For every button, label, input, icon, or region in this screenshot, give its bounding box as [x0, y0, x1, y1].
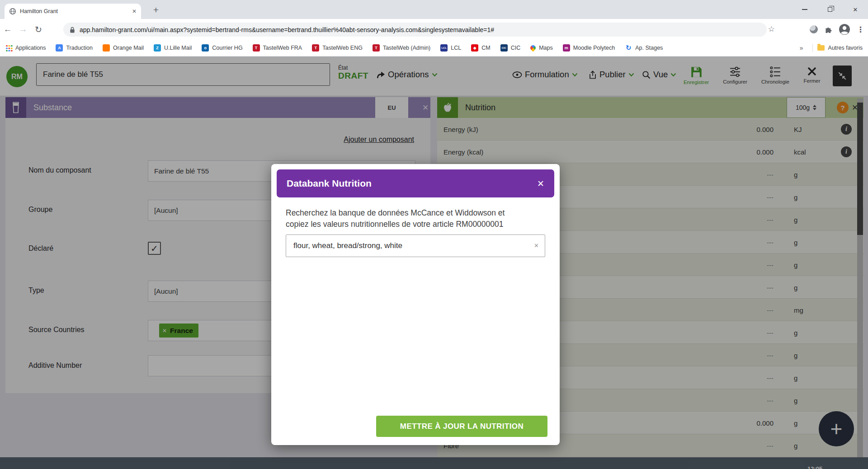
- globe-icon: [9, 8, 16, 15]
- tastelweb-icon: T: [312, 44, 319, 52]
- minimize-icon: [802, 9, 807, 10]
- bookmark-item[interactable]: ↻ Ap. Stages: [625, 44, 663, 52]
- new-tab-button[interactable]: +: [149, 4, 163, 17]
- google-translate-icon: A: [56, 44, 63, 52]
- modal-header: Databank Nutrition ✕: [277, 169, 554, 197]
- browser-toolbar: ← → ↻ app.hamilton-grant.com/ui/main.asp…: [0, 19, 868, 40]
- apps-grid-icon: [5, 45, 12, 52]
- bookmarks-overflow-chevron[interactable]: »: [795, 44, 808, 52]
- refresh-arrows-icon: ↻: [625, 44, 632, 52]
- restore-button[interactable]: [817, 0, 843, 19]
- bookmark-star-icon[interactable]: ☆: [768, 24, 775, 34]
- maps-pin-icon: [529, 44, 537, 52]
- bookmark-item[interactable]: LCL LCL: [440, 44, 461, 52]
- outlook-icon: o: [202, 44, 209, 52]
- hamilton-grant-app: RM État DRAFT Opérations Formulation: [0, 56, 868, 469]
- modal-close-button[interactable]: ✕: [537, 178, 544, 189]
- bookmark-label: Ap. Stages: [635, 45, 663, 51]
- bookmark-item[interactable]: ◆ CM: [471, 44, 490, 52]
- bookmark-item[interactable]: Applications: [5, 45, 46, 52]
- lock-icon: [70, 26, 75, 33]
- restore-icon: [828, 7, 832, 12]
- bookmark-item[interactable]: Maps: [530, 45, 553, 51]
- bookmark-label: Courrier HG: [212, 45, 242, 51]
- bookmarks-bar: Applications A Traduction Orange Mail Z …: [0, 40, 868, 56]
- clear-search-icon[interactable]: ✕: [534, 242, 539, 249]
- bookmark-item[interactable]: A Traduction: [56, 44, 93, 52]
- bookmark-label: TastelWeb FRA: [263, 45, 302, 51]
- chrome-menu-icon[interactable]: ⋮: [857, 25, 864, 34]
- browser-titlebar: Hamilton Grant ✕ + ✕: [0, 0, 868, 19]
- lcl-icon: LCL: [440, 44, 448, 52]
- bookmark-label: CM: [481, 45, 490, 51]
- update-nutrition-button[interactable]: METTRE À JOUR LA NUTRITION: [376, 416, 547, 437]
- modal-description: Recherchez la banque de données McCance …: [286, 207, 548, 230]
- browser-tab[interactable]: Hamilton Grant ✕: [5, 4, 141, 19]
- bookmark-item[interactable]: m Moodle Polytech: [563, 44, 615, 52]
- bookmarks-list: Applications A Traduction Orange Mail Z …: [5, 44, 795, 52]
- zimbra-mail-icon: Z: [154, 44, 161, 52]
- bookmark-item[interactable]: T TastelWeb FRA: [253, 44, 302, 52]
- bookmark-item[interactable]: Orange Mail: [103, 44, 144, 52]
- cic-icon: CIC: [500, 44, 508, 52]
- browser-chrome: Hamilton Grant ✕ + ✕ ← → ↻ app.hamilton-…: [0, 0, 868, 56]
- bookmark-label: U.Lille Mail: [164, 45, 192, 51]
- bookmark-label: LCL: [451, 45, 461, 51]
- url-text: app.hamilton-grant.com/ui/main.aspx?syst…: [80, 26, 494, 33]
- bookmark-item[interactable]: T TastelWeb ENG: [312, 44, 363, 52]
- profile-avatar[interactable]: [839, 23, 850, 35]
- bookmark-label: TastelWeb ENG: [322, 45, 363, 51]
- bookmark-item[interactable]: CIC CIC: [500, 44, 521, 52]
- refresh-button[interactable]: ↻: [31, 24, 46, 35]
- databank-search-input[interactable]: [286, 234, 545, 257]
- bookmark-label: Orange Mail: [113, 45, 144, 51]
- bookmark-label: CIC: [511, 45, 521, 51]
- address-bar[interactable]: app.hamilton-grant.com/ui/main.aspx?syst…: [63, 23, 767, 37]
- databank-nutrition-modal: Databank Nutrition ✕ Recherchez la banqu…: [271, 164, 560, 445]
- tastelweb-icon: T: [253, 44, 260, 52]
- forward-button[interactable]: →: [15, 24, 31, 34]
- bookmark-label: TastelWeb (Admin): [383, 45, 430, 51]
- folder-icon: [817, 45, 825, 51]
- orange-mail-icon: [103, 44, 110, 52]
- extensions-puzzle-icon[interactable]: [824, 25, 832, 33]
- modal-title: Databank Nutrition: [287, 178, 537, 189]
- cm-icon: ◆: [471, 44, 478, 52]
- tastelweb-icon: T: [373, 44, 380, 52]
- other-bookmarks-label: Autres favoris: [828, 45, 863, 51]
- other-bookmarks-button[interactable]: Autres favoris: [817, 45, 863, 51]
- minimize-button[interactable]: [792, 0, 817, 19]
- back-button[interactable]: ←: [0, 24, 15, 34]
- bookmark-item[interactable]: T TastelWeb (Admin): [373, 44, 430, 52]
- bookmark-label: Maps: [539, 45, 553, 51]
- close-window-button[interactable]: ✕: [843, 0, 868, 19]
- moodle-icon: m: [563, 44, 570, 52]
- bookmarks-divider: [812, 44, 813, 52]
- bookmark-label: Applications: [15, 45, 46, 51]
- bookmark-item[interactable]: Z U.Lille Mail: [154, 44, 192, 52]
- bookmark-item[interactable]: o Courrier HG: [202, 44, 242, 52]
- extension-ball-icon[interactable]: [810, 25, 818, 33]
- tab-close-icon[interactable]: ✕: [132, 8, 137, 14]
- bookmark-label: Traduction: [66, 45, 93, 51]
- tab-title: Hamilton Grant: [20, 8, 128, 14]
- bookmark-label: Moodle Polytech: [573, 45, 615, 51]
